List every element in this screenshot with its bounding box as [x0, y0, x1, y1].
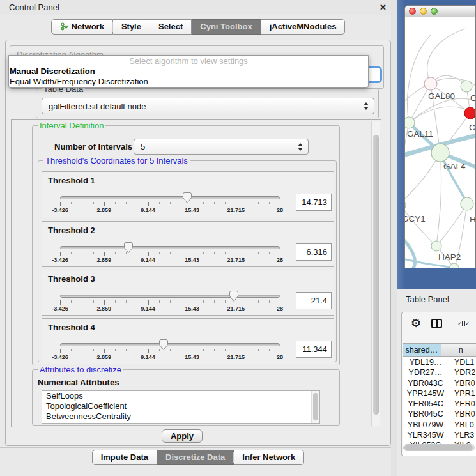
tab-discretize-data[interactable]: Discretize Data: [157, 450, 234, 465]
tab-select[interactable]: Select: [150, 19, 192, 35]
column-header-shared-name[interactable]: shared…: [403, 344, 441, 356]
minimize-traffic-light-icon[interactable]: [420, 8, 427, 15]
tab-jactivemnodules[interactable]: jActiveMNodules: [261, 19, 346, 35]
tick-label: 21.715: [227, 207, 245, 213]
table-row[interactable]: YBR045CYBR0: [403, 409, 476, 419]
numerical-attributes-list[interactable]: SelfLoops TopologicalCoefficient Between…: [42, 390, 320, 424]
slider-thumb[interactable]: [229, 290, 239, 302]
scrollbar-thumb[interactable]: [373, 135, 379, 415]
list-item[interactable]: BetweennessCentrality: [42, 411, 319, 422]
cell-shared-name[interactable]: YER054C: [403, 399, 449, 409]
checkbox-icon[interactable]: ✓: [457, 321, 463, 326]
cell-name[interactable]: YPR1: [449, 388, 475, 399]
list-item[interactable]: TopologicalCoefficient: [42, 401, 319, 411]
slider-thumb[interactable]: [123, 242, 134, 254]
node-hap2[interactable]: [431, 241, 441, 251]
node-gcy1[interactable]: [405, 199, 406, 211]
cell-name[interactable]: YDL1: [449, 357, 474, 367]
tab-impute-data[interactable]: Impute Data: [92, 450, 157, 465]
table-row[interactable]: YDL19…YDL1: [403, 357, 476, 367]
group-label: Threshold's Coordinates for 5 Intervals: [43, 156, 190, 165]
settings-scrollbar[interactable]: [371, 121, 380, 426]
dropdown-placeholder-option[interactable]: Select algorithm to view settings: [9, 56, 368, 66]
tick-mark: [71, 349, 72, 351]
apply-button[interactable]: Apply: [162, 429, 203, 443]
tick-mark: [181, 300, 181, 303]
cell-name[interactable]: YBL0: [449, 420, 474, 430]
slider-track[interactable]: [60, 196, 280, 199]
table-data-combo[interactable]: galFiltered.sif default node: [42, 98, 374, 114]
scrollbar-thumb[interactable]: [404, 445, 473, 450]
settings-scroll-area: Interval Definition Number of Intervals …: [11, 119, 381, 427]
table-row[interactable]: YPR145WYPR1: [403, 388, 476, 399]
tick-mark: [137, 202, 137, 204]
table-row[interactable]: YBL079WYBL0: [403, 420, 476, 430]
close-traffic-light-icon[interactable]: [409, 8, 416, 15]
cyni-panel: Discretization Algorithm Table Data galF…: [5, 40, 391, 446]
cell-shared-name[interactable]: YBL079W: [403, 420, 449, 430]
cell-shared-name[interactable]: YDL19…: [403, 357, 449, 367]
slider-track[interactable]: [60, 295, 280, 298]
tick-mark: [148, 252, 149, 256]
checkbox-icon[interactable]: ✓: [464, 321, 470, 326]
tab-network[interactable]: Network: [51, 19, 113, 35]
algorithm-dropdown-popup: Select algorithm to view settings Manual…: [8, 55, 369, 88]
cell-shared-name[interactable]: YBR043C: [403, 378, 449, 388]
slider-track[interactable]: [60, 343, 280, 346]
tick-mark: [214, 202, 215, 204]
zoom-traffic-light-icon[interactable]: [431, 8, 438, 15]
columns-icon[interactable]: [431, 319, 442, 328]
gear-icon[interactable]: ⚙: [411, 318, 421, 329]
cell-shared-name[interactable]: YDR27…: [403, 367, 449, 378]
node-label-h-node: H: [470, 215, 475, 224]
table-row[interactable]: YER054CYER0: [403, 399, 476, 409]
threshold-value-field[interactable]: 14.713: [296, 194, 332, 211]
cell-shared-name[interactable]: YBR045C: [403, 409, 449, 419]
float-window-icon[interactable]: [365, 4, 371, 10]
threshold-value-field[interactable]: 6.316: [296, 243, 332, 261]
tab-style[interactable]: Style: [113, 19, 150, 35]
node-gal4[interactable]: [431, 144, 449, 162]
tick-label: -3.426: [52, 305, 68, 312]
dropdown-option-equal-width-frequency[interactable]: Equal Width/Frequency Discretization: [9, 77, 368, 87]
slider-thumb[interactable]: [182, 192, 192, 204]
cell-name[interactable]: YBR0: [449, 409, 475, 419]
cell-name[interactable]: YDR2: [449, 367, 475, 378]
node-gal11[interactable]: [405, 117, 415, 128]
cell-name[interactable]: YER0: [449, 399, 475, 409]
node-red-node[interactable]: [464, 107, 475, 119]
tick-mark: [247, 300, 247, 303]
network-view-window[interactable]: GAL80GACGAL11GAL4GCY1HHAP2: [404, 5, 476, 268]
cell-shared-name[interactable]: YLR345W: [403, 430, 449, 440]
node-h-node[interactable]: [461, 197, 473, 210]
scrollbar-thumb[interactable]: [313, 393, 318, 420]
close-icon[interactable]: ✕: [380, 4, 387, 12]
tick-mark: [159, 300, 160, 303]
tick-label: -3.426: [52, 207, 68, 213]
list-item[interactable]: SelfLoops: [42, 391, 319, 401]
number-of-intervals-combo[interactable]: 5: [134, 139, 309, 155]
table-row[interactable]: YBR043CYBR0: [403, 378, 476, 388]
table-row[interactable]: YDR27…YDR2: [403, 367, 476, 378]
column-header-name[interactable]: n: [441, 344, 476, 356]
tab-cyni-toolbox[interactable]: Cyni Toolbox: [192, 19, 261, 35]
node-gal80[interactable]: [424, 77, 437, 90]
slider-track[interactable]: [60, 246, 280, 249]
network-canvas[interactable]: GAL80GACGAL11GAL4GCY1HHAP2: [405, 17, 475, 268]
dropdown-option-manual-discretization[interactable]: Manual Discretization: [9, 66, 368, 77]
tab-infer-network[interactable]: Infer Network: [234, 450, 304, 465]
cell-name[interactable]: YLR3: [449, 430, 474, 440]
table-panel-titlebar: Table Panel: [397, 289, 476, 309]
list-scrollbar[interactable]: [311, 391, 319, 423]
slider-thumb[interactable]: [158, 339, 169, 351]
table-row[interactable]: YLR345WYLR3: [403, 430, 476, 440]
panel-splitter[interactable]: [391, 0, 397, 476]
tick-mark: [126, 300, 127, 303]
network-window-titlebar[interactable]: [405, 6, 475, 17]
table-horizontal-scrollbar[interactable]: [403, 444, 475, 451]
cell-name[interactable]: YBR0: [449, 378, 475, 388]
threshold-value-field[interactable]: 11.344: [296, 341, 332, 358]
threshold-value-field[interactable]: 21.4: [296, 292, 332, 309]
node-top-right[interactable]: [461, 81, 472, 92]
cell-shared-name[interactable]: YPR145W: [403, 388, 449, 399]
